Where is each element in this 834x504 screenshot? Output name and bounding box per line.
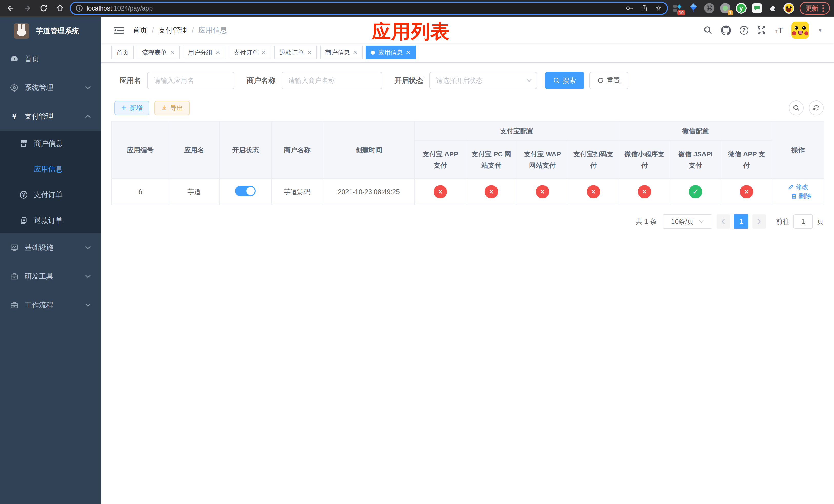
tab-merchant-info[interactable]: 商户信息✕	[320, 46, 363, 60]
profile-avatar-icon[interactable]	[783, 3, 794, 14]
sidebar-item-dev-tools[interactable]: 研发工具	[0, 262, 101, 291]
alipay-pc-status-icon: ×	[485, 185, 498, 199]
chevron-down-icon	[85, 275, 91, 278]
user-avatar[interactable]	[791, 22, 809, 39]
close-icon[interactable]: ✕	[353, 49, 357, 56]
browser-forward-button[interactable]	[21, 2, 34, 15]
font-size-icon[interactable]: TT	[774, 26, 783, 34]
col-header-wechat-miniapp: 微信小程序支付	[619, 141, 670, 179]
tab-user-group[interactable]: 用户分组✕	[182, 46, 225, 60]
browser-menu-icon[interactable]	[822, 5, 824, 12]
close-icon[interactable]: ✕	[307, 49, 312, 56]
merchant-name-input[interactable]	[282, 72, 382, 89]
cell-merchant: 芋道源码	[271, 179, 323, 205]
logo-image	[14, 23, 29, 39]
col-header-app-id: 应用编号	[112, 121, 169, 179]
extension-icon[interactable]	[751, 3, 763, 14]
goto-label: 前往	[776, 217, 789, 226]
sidebar-item-system[interactable]: 系统管理	[0, 73, 101, 102]
header-search-icon[interactable]	[704, 26, 712, 35]
breadcrumb: 首页 / 支付管理 / 应用信息	[133, 25, 227, 35]
export-button[interactable]: 导出	[154, 101, 190, 115]
tab-home[interactable]: 首页	[111, 46, 134, 60]
browser-toolbar: i localhost:1024/pay/app ☆ 10 ⌘	[0, 0, 834, 18]
extension-icon[interactable]: ⌘	[704, 3, 715, 14]
site-info-icon[interactable]: i	[76, 5, 83, 12]
tab-process-form[interactable]: 流程表单✕	[137, 46, 179, 60]
extension-icon[interactable]: y	[736, 3, 747, 14]
browser-reload-button[interactable]	[37, 2, 50, 15]
github-icon[interactable]	[721, 25, 731, 35]
pagination: 共 1 条 10条/页 1 前往 页	[111, 214, 824, 229]
add-button[interactable]: 新增	[114, 101, 149, 115]
extension-badge: 10	[677, 10, 685, 15]
extension-icon[interactable]: 1	[720, 3, 731, 14]
close-icon[interactable]: ✕	[406, 49, 410, 56]
delete-button[interactable]: 删除	[791, 192, 811, 200]
screen: i localhost:1024/pay/app ☆ 10 ⌘	[0, 0, 834, 504]
group-header-alipay: 支付宝配置	[415, 121, 619, 141]
sidebar-item-home[interactable]: 首页	[0, 45, 101, 73]
next-page-button[interactable]	[752, 214, 766, 229]
sidebar-item-app-info[interactable]: 应用信息	[0, 156, 101, 182]
tab-refund-orders[interactable]: 退款订单✕	[274, 46, 317, 60]
goto-page-input[interactable]	[793, 214, 813, 229]
bookmark-star-icon[interactable]: ☆	[655, 4, 662, 13]
breadcrumb-home[interactable]: 首页	[133, 25, 147, 35]
top-navbar: 首页 / 支付管理 / 应用信息 ?	[101, 18, 834, 43]
sidebar-item-merchant-info[interactable]: 商户信息	[0, 131, 101, 156]
edit-button[interactable]: 修改	[788, 183, 808, 191]
filter-form: 应用名 商户名称 开启状态 搜索	[111, 72, 824, 89]
sidebar-item-refund-orders[interactable]: 退款订单	[0, 208, 101, 233]
extension-icon[interactable]	[688, 3, 699, 14]
breadcrumb-payment[interactable]: 支付管理	[158, 25, 187, 35]
dashboard-icon	[10, 55, 19, 63]
refresh-button[interactable]	[809, 100, 824, 115]
goto-suffix: 页	[817, 217, 824, 226]
extensions-puzzle-icon[interactable]	[767, 3, 778, 14]
page-content: 应用名 商户名称 开启状态 搜索	[101, 72, 834, 229]
sidebar-collapse-icon[interactable]	[114, 26, 124, 35]
prev-page-button[interactable]	[717, 214, 730, 229]
user-menu-caret-icon[interactable]: ▼	[818, 27, 823, 33]
status-select[interactable]	[429, 72, 537, 89]
alipay-qrcode-status-icon: ×	[587, 185, 600, 199]
payment-submenu: 商户信息 应用信息 ¥ 支付订单 退款订单	[0, 131, 101, 233]
chevron-down-icon	[85, 246, 91, 249]
browser-update-button[interactable]: 更新	[799, 2, 830, 15]
close-icon[interactable]: ✕	[261, 49, 266, 56]
app-name-input[interactable]	[147, 72, 235, 89]
extension-badge: 1	[728, 10, 733, 15]
page-number-1[interactable]: 1	[734, 214, 748, 229]
close-icon[interactable]: ✕	[215, 49, 220, 56]
sidebar-item-pay-orders[interactable]: ¥ 支付订单	[0, 182, 101, 208]
browser-home-button[interactable]	[53, 2, 67, 15]
chevron-down-icon	[85, 86, 91, 90]
col-header-wechat-app: 微信 APP 支付	[721, 141, 772, 179]
sidebar-item-payment[interactable]: ¥ 支付管理	[0, 102, 101, 131]
reset-button[interactable]: 重置	[589, 72, 628, 89]
tab-pay-orders[interactable]: 支付订单✕	[228, 46, 271, 60]
extension-icon[interactable]: 10	[672, 3, 683, 14]
share-icon[interactable]	[640, 4, 648, 12]
search-button[interactable]: 搜索	[545, 72, 584, 89]
sidebar-item-workflow[interactable]: 工作流程	[0, 291, 101, 319]
close-icon[interactable]: ✕	[170, 49, 174, 56]
alipay-wap-status-icon: ×	[536, 185, 549, 199]
sidebar-item-infrastructure[interactable]: 基础设施	[0, 233, 101, 262]
app-logo[interactable]: 芋道管理系统	[0, 18, 101, 45]
status-toggle[interactable]	[235, 186, 256, 196]
tab-app-info[interactable]: 应用信息✕	[366, 46, 415, 60]
password-key-icon[interactable]	[626, 4, 633, 12]
fullscreen-icon[interactable]	[757, 26, 766, 35]
page-size-select[interactable]: 10条/页	[663, 214, 712, 229]
app-title: 芋道管理系统	[36, 26, 79, 36]
toolbox-icon	[10, 301, 19, 309]
help-icon[interactable]: ?	[740, 26, 748, 35]
wechat-app-status-icon: ×	[740, 185, 753, 199]
table-row: 6 芋道 芋道源码 2021-10-23 08:49:25 × × × × ×	[112, 179, 824, 205]
toggle-search-button[interactable]	[789, 100, 804, 115]
col-header-wechat-jsapi: 微信 JSAPI 支付	[670, 141, 721, 179]
address-bar[interactable]: i localhost:1024/pay/app ☆	[70, 2, 668, 15]
browser-back-button[interactable]	[4, 2, 18, 15]
